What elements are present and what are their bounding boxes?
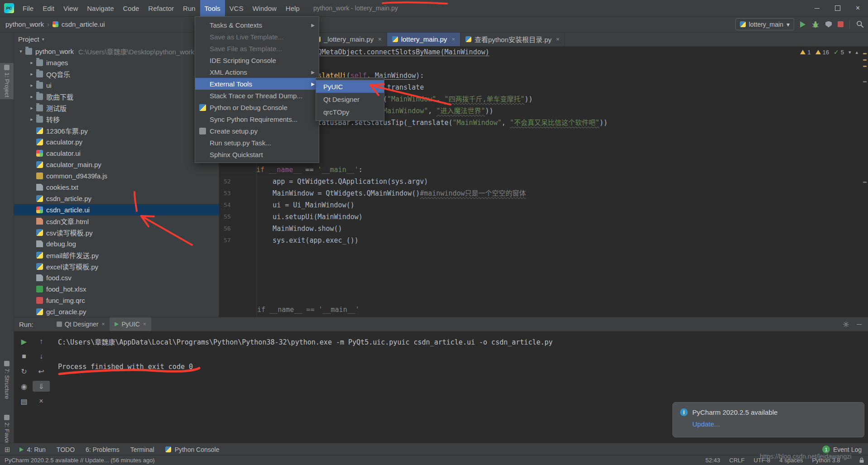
tree-item-python-work[interactable]: ▾python_workC:\Users\章魏康\Desktop\python_…: [14, 46, 219, 57]
tree-item-excel-py[interactable]: excel读写模板.py: [14, 261, 219, 272]
menubar-item-help[interactable]: Help: [281, 0, 304, 16]
run-tab-pyuic[interactable]: PyUIC×: [110, 317, 151, 331]
tree-item-caculator-ui[interactable]: caculator.ui: [14, 148, 219, 159]
stop-icon[interactable]: ■: [15, 351, 33, 362]
submenu-item-qt-designer[interactable]: Qt Designer: [316, 93, 384, 105]
toolwindow-button-6-problems[interactable]: 6: Problems: [80, 443, 125, 455]
tree-item-csdn-html[interactable]: csdn文章.html: [14, 216, 219, 227]
tab-close-icon[interactable]: ×: [451, 36, 455, 43]
menu-item-ide-scripting-console[interactable]: IDE Scripting Console: [195, 54, 319, 66]
tree-item-csdn-article-ui[interactable]: csdn_article.ui: [14, 204, 219, 216]
tree-item-[interactable]: ▸歌曲下载: [14, 91, 219, 102]
menubar-item-file[interactable]: File: [18, 0, 38, 16]
menubar-item-edit[interactable]: Edit: [38, 0, 59, 16]
chevron-icon[interactable]: ▾: [16, 48, 25, 54]
run-tab-qt-designer[interactable]: Qt Designer×: [52, 317, 110, 331]
menubar-item-window[interactable]: Window: [248, 0, 281, 16]
warning-stripe-mark[interactable]: [863, 59, 867, 61]
debug-button[interactable]: [811, 20, 820, 29]
tree-item-email-py[interactable]: email邮件发送.py: [14, 249, 219, 261]
softwrap-icon[interactable]: ↩: [33, 366, 50, 377]
tab-close-icon[interactable]: ×: [378, 36, 382, 43]
project-panel-title[interactable]: Project: [18, 35, 39, 43]
chevron-down-icon[interactable]: ▾: [849, 49, 851, 55]
menubar-item-code[interactable]: Code: [118, 0, 144, 16]
update-link[interactable]: Update...: [692, 420, 857, 428]
menu-item-save-as-live-template[interactable]: Save as Live Template...: [195, 31, 319, 43]
gear-icon[interactable]: [843, 321, 849, 328]
minimize-button[interactable]: [807, 0, 827, 16]
tree-item-[interactable]: ▸转移: [14, 114, 219, 125]
toolwindow-switcher-icon[interactable]: ⊞: [5, 446, 10, 454]
tree-item-gcl-oracle-py[interactable]: gcl_oracle.py: [14, 306, 219, 317]
tree-item-[interactable]: ▸测试版: [14, 102, 219, 114]
down-icon[interactable]: ↓: [33, 351, 50, 362]
up-icon[interactable]: ↑: [33, 336, 50, 347]
menu-item-tasks-contexts[interactable]: Tasks & Contexts▶: [195, 19, 319, 31]
chevron-icon[interactable]: ▸: [27, 71, 36, 77]
tree-item-food-csv[interactable]: food.csv: [14, 272, 219, 283]
tree-item-func-img-qrc[interactable]: func_img.qrc: [14, 295, 219, 306]
lock-icon[interactable]: [859, 457, 864, 463]
chevron-down-icon[interactable]: ▾: [42, 37, 44, 42]
breadcrumb-file[interactable]: csdn_article.ui: [62, 20, 105, 28]
menubar-item-view[interactable]: View: [59, 0, 82, 16]
tree-item-csdn-article-py[interactable]: csdn_article.py: [14, 193, 219, 204]
menubar-item-tools[interactable]: Tools: [200, 0, 225, 16]
hide-panel-icon[interactable]: [857, 324, 862, 325]
toolwindow-button-terminal[interactable]: Terminal: [125, 443, 160, 455]
status-item-52-43[interactable]: 52:43: [705, 457, 720, 464]
event-log-button[interactable]: 1 Event Log: [822, 446, 862, 453]
warning-stripe-mark[interactable]: [863, 53, 867, 54]
menu-item-run-setup-py-task[interactable]: Run setup.py Task...: [195, 137, 319, 149]
editor-tab-lottery-main-py[interactable]: lottery_main.py×: [387, 32, 460, 46]
tree-item-12306-py[interactable]: 12306车票.py: [14, 125, 219, 136]
tree-item-common-d9439fa-js[interactable]: common_d9439fa.js: [14, 170, 219, 182]
status-message[interactable]: PyCharm 2020.2.5 available // Update... …: [5, 457, 155, 464]
stripe-mark[interactable]: [863, 182, 867, 183]
tool-stripe-project-button[interactable]: 1: Project: [0, 63, 14, 99]
menubar-item-run[interactable]: Run: [178, 0, 200, 16]
tab-close-icon[interactable]: ×: [101, 321, 105, 327]
menu-item-sphinx-quickstart[interactable]: Sphinx Quickstart: [195, 149, 319, 160]
scroll-end-icon[interactable]: ⇓: [33, 381, 50, 392]
menu-item-sync-python-requirements[interactable]: Sync Python Requirements...: [195, 113, 319, 125]
toolwindow-button-todo[interactable]: TODO: [51, 443, 80, 455]
maximize-button[interactable]: [827, 0, 848, 16]
submenu-item-pyuic[interactable]: PyUIC: [316, 80, 384, 93]
coverage-button[interactable]: [825, 21, 832, 28]
menu-item-stack-trace-or-thread-dump[interactable]: Stack Trace or Thread Dump...: [195, 90, 319, 101]
chevron-icon[interactable]: ▸: [27, 105, 36, 111]
menubar-item-refactor[interactable]: Refactor: [144, 0, 178, 16]
menubar-item-vcs[interactable]: VCS: [225, 0, 248, 16]
tree-item-csv-py[interactable]: csv读写模板.py: [14, 227, 219, 238]
toolwindow-button-4-run[interactable]: 4: Run: [14, 443, 51, 455]
chevron-icon[interactable]: ▸: [27, 94, 36, 100]
menu-item-xml-actions[interactable]: XML Actions▶: [195, 66, 319, 78]
tool-stripe-structure-button[interactable]: 7: Structure: [0, 361, 14, 399]
menu-item-python-or-debug-console[interactable]: Python or Debug Console: [195, 101, 319, 113]
editor-tab-lottery-main-py[interactable]: _lottery_main.py×: [310, 32, 387, 46]
menu-item-save-file-as-template[interactable]: Save File as Template...: [195, 43, 319, 54]
tree-item-caculator-py[interactable]: caculator.py: [14, 136, 219, 148]
menu-item-external-tools[interactable]: External Tools▶: [195, 78, 319, 90]
search-button[interactable]: [856, 20, 864, 29]
rerun-icon[interactable]: ▶: [15, 336, 33, 347]
tree-item-qq[interactable]: ▸QQ音乐: [14, 68, 219, 80]
toolwindow-button-python-console[interactable]: Python Console: [160, 443, 225, 455]
chevron-icon[interactable]: ▸: [27, 116, 36, 122]
editor-tab-python-py[interactable]: 查看python安装根目录.py×: [460, 32, 565, 46]
submenu-item-qrctopy[interactable]: qrcTOpy: [316, 105, 384, 118]
tab-close-icon[interactable]: ×: [556, 36, 560, 43]
notification-balloon[interactable]: i PyCharm 2020.2.5 available Update...: [672, 402, 864, 437]
menu-item-create-setup-py[interactable]: Create setup.py: [195, 125, 319, 137]
pin-icon[interactable]: ◉: [15, 381, 33, 392]
tree-item-debug-log[interactable]: debug.log: [14, 238, 219, 249]
tab-close-icon[interactable]: ×: [143, 321, 146, 327]
print-icon[interactable]: ▤: [15, 396, 33, 407]
restart-icon[interactable]: ↻: [15, 366, 33, 377]
chevron-icon[interactable]: ▸: [27, 60, 36, 66]
chevron-up-icon[interactable]: ▴: [855, 49, 858, 55]
chevron-icon[interactable]: ▸: [27, 82, 36, 88]
menubar-item-navigate[interactable]: Navigate: [82, 0, 118, 16]
